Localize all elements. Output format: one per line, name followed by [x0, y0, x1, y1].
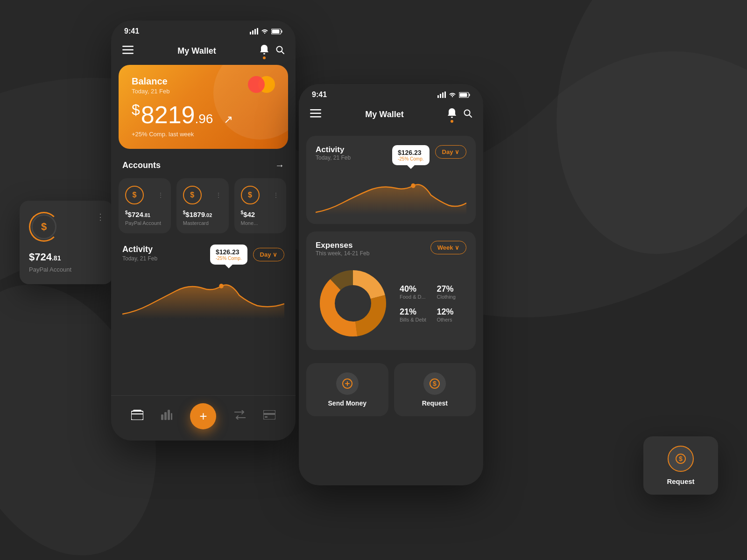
- activity-chart: [122, 272, 284, 319]
- request-icon: $: [423, 372, 446, 395]
- nav-card-icon[interactable]: [263, 410, 275, 422]
- svg-rect-3: [252, 30, 254, 35]
- right-activity-header: Activity Today, 21 Feb $126.23 -25% Comp…: [316, 145, 466, 165]
- svg-rect-20: [164, 412, 167, 420]
- bills-cat: Bills & Debt: [400, 317, 430, 322]
- others-pct: 12%: [437, 307, 467, 317]
- right-phone-header: My Wallet: [299, 103, 483, 128]
- main-phone: 9:41: [111, 21, 296, 441]
- right-search-icon[interactable]: [464, 109, 472, 120]
- nav-wallet-icon[interactable]: [131, 410, 143, 423]
- nav-transactions-icon[interactable]: [234, 410, 246, 422]
- accounts-arrow[interactable]: →: [275, 160, 284, 171]
- expenses-section: Expenses This week, 14-21 Feb Week ∨: [306, 231, 476, 350]
- search-icon[interactable]: [276, 46, 284, 56]
- svg-rect-11: [122, 53, 134, 54]
- right-page-title: My Wallet: [365, 110, 403, 119]
- balance-change: +25% Comp. last week: [132, 131, 275, 138]
- page-title: My Wallet: [177, 46, 216, 56]
- bottom-actions: Send Money $ Request: [299, 356, 483, 424]
- accounts-row: $ ⋮ $$724.81 PayPal Account $ ⋮ $$1879.0…: [111, 178, 296, 233]
- status-bar: 9:41: [111, 21, 296, 39]
- request-button[interactable]: $ Request: [394, 363, 476, 416]
- battery-icon: [271, 28, 282, 35]
- account-name-mastercard: Mastercard: [183, 220, 222, 226]
- account-amount-other: $$42: [241, 210, 280, 218]
- activity-info: Activity Today, 21 Feb: [122, 245, 157, 262]
- right-notification-dot: [451, 120, 453, 123]
- week-filter-button[interactable]: Week ∨: [430, 241, 466, 254]
- notification-icon[interactable]: [260, 45, 268, 57]
- activity-title: Activity: [122, 245, 157, 254]
- svg-rect-19: [161, 414, 163, 420]
- svg-rect-29: [440, 94, 441, 98]
- send-money-button[interactable]: Send Money: [306, 363, 388, 416]
- send-money-icon: [336, 372, 359, 395]
- more-options-icon[interactable]: ⋮: [96, 212, 106, 222]
- right-day-filter-button[interactable]: Day ∨: [435, 145, 466, 159]
- right-header-actions: [448, 108, 472, 121]
- account-dots-2[interactable]: ⋮: [215, 191, 222, 199]
- paypal-amount: $724.81: [29, 251, 104, 263]
- donut-labels: 40% Food & D... 27% Clothing 21% Bills &…: [400, 284, 466, 322]
- donut-label-food: 40% Food & D...: [400, 284, 430, 300]
- svg-rect-10: [122, 49, 134, 51]
- balance-card: Balance Today, 21 Feb $8219.96 ↗ +25% Co…: [119, 65, 288, 149]
- donut-label-clothing: 27% Clothing: [437, 284, 467, 300]
- account-card-other[interactable]: $ ⋮ $$42 Mone...: [234, 178, 287, 233]
- tooltip-change: -25% Comp.: [216, 256, 242, 261]
- svg-rect-36: [310, 113, 321, 114]
- nav-charts-icon[interactable]: [161, 410, 172, 423]
- right-activity-tooltip: $126.23 -25% Comp.: [392, 145, 430, 165]
- phone-header: My Wallet: [111, 39, 296, 65]
- clothing-pct: 27%: [437, 284, 467, 294]
- bottom-nav: +: [111, 395, 296, 441]
- trend-arrow: ↗: [224, 113, 233, 126]
- balance-info: Balance Today, 21 Feb: [132, 76, 169, 95]
- tooltip-amount: $126.23: [216, 248, 242, 256]
- donut-container: 40% Food & D... 27% Clothing 21% Bills &…: [316, 266, 466, 341]
- signal-icon: [250, 28, 258, 35]
- balance-amount: $8219.96 ↗: [132, 102, 275, 127]
- right-menu-icon[interactable]: [310, 109, 321, 120]
- notification-dot: [263, 56, 266, 59]
- account-dots-3[interactable]: ⋮: [273, 191, 280, 199]
- activity-date: Today, 21 Feb: [122, 255, 157, 262]
- svg-rect-2: [250, 32, 251, 35]
- svg-rect-26: [263, 413, 275, 415]
- day-filter-button[interactable]: Day ∨: [253, 248, 284, 261]
- svg-rect-27: [265, 416, 268, 418]
- svg-rect-5: [257, 28, 258, 35]
- balance-date: Today, 21 Feb: [132, 88, 169, 95]
- expenses-info: Expenses This week, 14-21 Feb: [316, 241, 369, 257]
- svg-text:$: $: [433, 380, 437, 387]
- donut-chart: [316, 266, 390, 341]
- menu-icon[interactable]: [122, 46, 134, 56]
- right-tooltip-change: -25% Comp.: [398, 156, 424, 161]
- request-floating-card[interactable]: $ Request: [643, 436, 718, 495]
- account-card-paypal[interactable]: $ ⋮ $$724.81 PayPal Account: [119, 178, 171, 233]
- account-amount-mastercard: $$1879.02: [183, 210, 222, 218]
- add-button[interactable]: +: [190, 403, 216, 429]
- right-notification-icon[interactable]: [448, 108, 456, 121]
- wifi-icon: [261, 28, 268, 34]
- svg-rect-35: [310, 109, 321, 111]
- send-money-label: Send Money: [328, 399, 366, 407]
- right-status-time: 9:41: [312, 91, 327, 99]
- right-tooltip-amount: $126.23: [398, 149, 424, 156]
- activity-header: Activity Today, 21 Feb $126.23 -25% Comp…: [122, 245, 284, 265]
- svg-rect-37: [310, 116, 321, 118]
- accounts-title: Accounts: [122, 161, 161, 170]
- expenses-date: This week, 14-21 Feb: [316, 250, 369, 257]
- right-activity-title: Activity: [316, 145, 351, 154]
- svg-text:$: $: [679, 455, 683, 462]
- right-activity-chart: [316, 173, 466, 215]
- account-name-paypal: PayPal Account: [125, 220, 164, 226]
- svg-rect-12: [263, 53, 265, 55]
- account-name-other: Mone...: [241, 220, 280, 226]
- account-dots[interactable]: ⋮: [157, 191, 164, 199]
- account-card-mastercard[interactable]: $ ⋮ $$1879.02 Mastercard: [176, 178, 229, 233]
- svg-rect-31: [444, 91, 446, 98]
- food-cat: Food & D...: [400, 294, 430, 300]
- svg-point-46: [335, 286, 371, 321]
